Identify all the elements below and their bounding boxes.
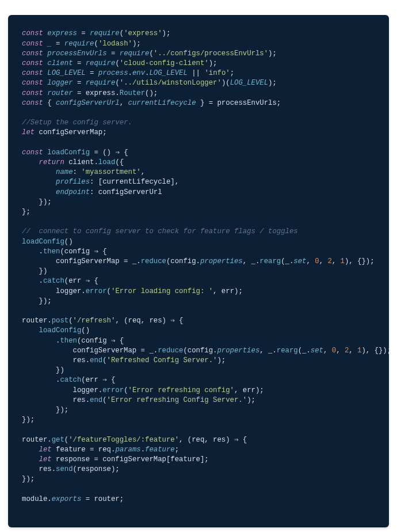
code-block: const express = require('express'); cons…: [8, 15, 389, 527]
code-frame: const express = require('express'); cons…: [0, 0, 397, 532]
